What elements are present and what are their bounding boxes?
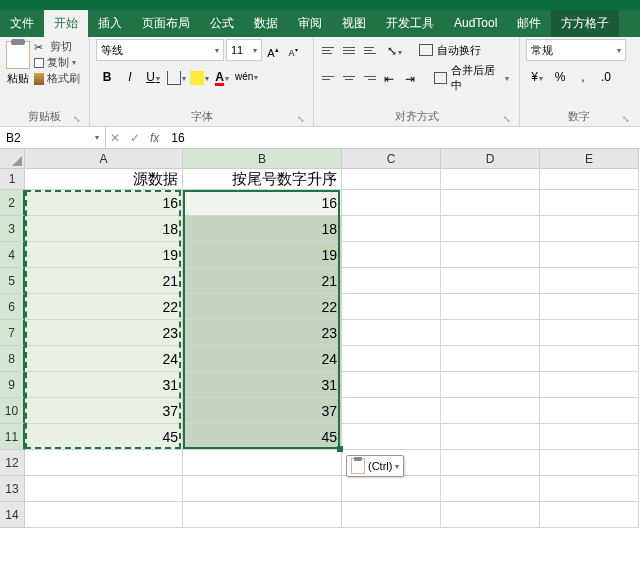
tab-view[interactable]: 视图 <box>332 10 376 37</box>
cell-B11[interactable]: 45 <box>183 424 342 450</box>
tab-ffgz[interactable]: 方方格子 <box>551 10 619 37</box>
cell-E4[interactable] <box>540 242 639 268</box>
italic-button[interactable]: I <box>119 65 141 87</box>
paste-button[interactable]: 粘贴 <box>6 39 30 86</box>
increase-indent-button[interactable]: ⇥ <box>400 67 420 89</box>
fill-color-button[interactable] <box>188 65 210 87</box>
name-box[interactable]: B2▾ <box>0 127 106 148</box>
cell-C6[interactable] <box>342 294 441 320</box>
cell-C10[interactable] <box>342 398 441 424</box>
row-header-1[interactable]: 1 <box>0 169 25 190</box>
tab-formulas[interactable]: 公式 <box>200 10 244 37</box>
cell-C11[interactable] <box>342 424 441 450</box>
align-expand-icon[interactable]: ⤡ <box>503 114 511 124</box>
fx-icon[interactable]: fx <box>150 131 159 145</box>
cell-D11[interactable] <box>441 424 540 450</box>
align-right-button[interactable] <box>359 68 378 88</box>
copy-button[interactable]: 复制 ▾ <box>34 55 80 70</box>
row-header-10[interactable]: 10 <box>0 398 25 424</box>
col-header-B[interactable]: B <box>183 149 342 169</box>
formula-input[interactable]: 16 <box>163 131 640 145</box>
cell-A13[interactable] <box>25 476 183 502</box>
font-size-combo[interactable]: 11▾ <box>226 39 262 61</box>
tab-audtool[interactable]: AudTool <box>444 10 507 37</box>
number-format-combo[interactable]: 常规▾ <box>526 39 626 61</box>
cell-D5[interactable] <box>441 268 540 294</box>
row-header-8[interactable]: 8 <box>0 346 25 372</box>
cell-D12[interactable] <box>441 450 540 476</box>
cell-C5[interactable] <box>342 268 441 294</box>
cell-D3[interactable] <box>441 216 540 242</box>
orientation-button[interactable]: ⤡ <box>383 39 405 61</box>
paste-options-button[interactable]: (Ctrl) ▾ <box>346 455 404 477</box>
cell-A7[interactable]: 23 <box>25 320 183 346</box>
col-header-C[interactable]: C <box>342 149 441 169</box>
tab-data[interactable]: 数据 <box>244 10 288 37</box>
row-header-4[interactable]: 4 <box>0 242 25 268</box>
tab-file[interactable]: 文件 <box>0 10 44 37</box>
bold-button[interactable]: B <box>96 65 118 87</box>
tab-page-layout[interactable]: 页面布局 <box>132 10 200 37</box>
cell-E12[interactable] <box>540 450 639 476</box>
cell-B7[interactable]: 23 <box>183 320 342 346</box>
decrease-indent-button[interactable]: ⇤ <box>379 67 399 89</box>
cell-B13[interactable] <box>183 476 342 502</box>
cell-D6[interactable] <box>441 294 540 320</box>
cell-E6[interactable] <box>540 294 639 320</box>
cell-C9[interactable] <box>342 372 441 398</box>
tab-developer[interactable]: 开发工具 <box>376 10 444 37</box>
cell-A8[interactable]: 24 <box>25 346 183 372</box>
align-bottom-button[interactable] <box>362 40 382 60</box>
cell-A10[interactable]: 37 <box>25 398 183 424</box>
format-painter-button[interactable]: 格式刷 <box>34 71 80 86</box>
cell-A1[interactable]: 源数据 <box>25 169 183 190</box>
cell-D4[interactable] <box>441 242 540 268</box>
cancel-formula-icon[interactable]: ✕ <box>110 131 120 145</box>
increase-font-button[interactable]: A▴ <box>264 39 282 61</box>
cell-B3[interactable]: 18 <box>183 216 342 242</box>
cell-C2[interactable] <box>342 190 441 216</box>
col-header-E[interactable]: E <box>540 149 639 169</box>
accounting-format-button[interactable]: ¥ <box>526 65 548 87</box>
cell-E2[interactable] <box>540 190 639 216</box>
wrap-text-button[interactable]: 自动换行 <box>415 41 485 60</box>
pinyin-button[interactable]: wén <box>234 65 256 87</box>
border-button[interactable] <box>165 65 187 87</box>
font-name-combo[interactable]: 等线▾ <box>96 39 224 61</box>
cell-E3[interactable] <box>540 216 639 242</box>
col-header-D[interactable]: D <box>441 149 540 169</box>
number-expand-icon[interactable]: ⤡ <box>622 114 630 124</box>
cell-D2[interactable] <box>441 190 540 216</box>
row-header-5[interactable]: 5 <box>0 268 25 294</box>
cut-button[interactable]: ✂剪切 <box>34 39 80 54</box>
font-expand-icon[interactable]: ⤡ <box>297 114 305 124</box>
cell-E8[interactable] <box>540 346 639 372</box>
tab-review[interactable]: 审阅 <box>288 10 332 37</box>
cell-C3[interactable] <box>342 216 441 242</box>
cell-D8[interactable] <box>441 346 540 372</box>
increase-decimal-button[interactable]: .0 <box>595 65 617 87</box>
cell-A3[interactable]: 18 <box>25 216 183 242</box>
decrease-font-button[interactable]: A▾ <box>284 39 302 61</box>
cell-B10[interactable]: 37 <box>183 398 342 424</box>
underline-button[interactable]: U <box>142 65 164 87</box>
cell-D1[interactable] <box>441 169 540 190</box>
cell-E10[interactable] <box>540 398 639 424</box>
cell-A2[interactable]: 16 <box>25 190 183 216</box>
cell-A14[interactable] <box>25 502 183 528</box>
percent-button[interactable]: % <box>549 65 571 87</box>
cell-C13[interactable] <box>342 476 441 502</box>
cell-A6[interactable]: 22 <box>25 294 183 320</box>
cell-B6[interactable]: 22 <box>183 294 342 320</box>
cell-D7[interactable] <box>441 320 540 346</box>
cell-B14[interactable] <box>183 502 342 528</box>
cell-B8[interactable]: 24 <box>183 346 342 372</box>
align-middle-button[interactable] <box>341 40 361 60</box>
cell-E1[interactable] <box>540 169 639 190</box>
col-header-A[interactable]: A <box>25 149 183 169</box>
font-color-button[interactable]: A <box>211 65 233 87</box>
cell-C8[interactable] <box>342 346 441 372</box>
row-header-9[interactable]: 9 <box>0 372 25 398</box>
cell-E13[interactable] <box>540 476 639 502</box>
cell-D10[interactable] <box>441 398 540 424</box>
